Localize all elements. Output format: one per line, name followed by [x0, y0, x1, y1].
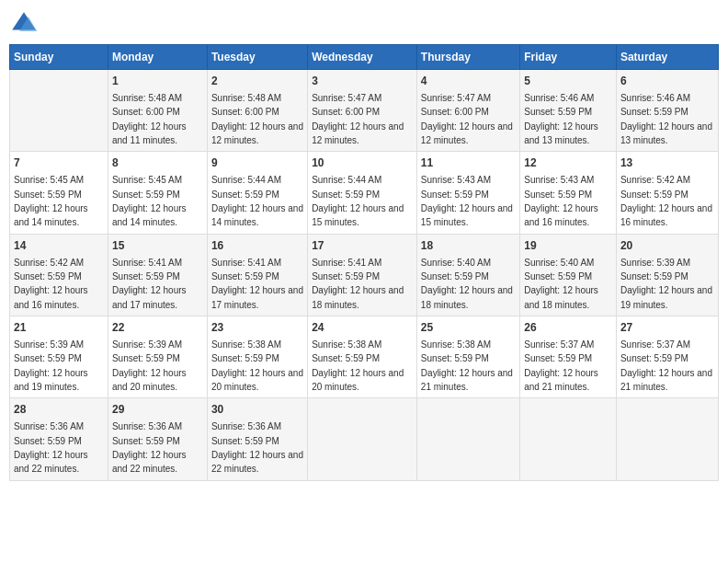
calendar-cell: [616, 398, 718, 480]
day-detail: Sunrise: 5:37 AM Sunset: 5:59 PM Dayligh…: [524, 339, 598, 392]
day-detail: Sunrise: 5:48 AM Sunset: 6:00 PM Dayligh…: [211, 93, 303, 145]
day-detail: Sunrise: 5:40 AM Sunset: 5:59 PM Dayligh…: [524, 258, 598, 310]
day-detail: Sunrise: 5:44 AM Sunset: 5:59 PM Dayligh…: [312, 175, 404, 227]
day-number: 14: [14, 238, 104, 254]
day-number: 7: [14, 155, 104, 171]
calendar-cell: 15Sunrise: 5:41 AM Sunset: 5:59 PM Dayli…: [108, 234, 207, 316]
day-detail: Sunrise: 5:41 AM Sunset: 5:59 PM Dayligh…: [211, 258, 303, 310]
day-number: 16: [211, 238, 303, 254]
calendar-cell: 26Sunrise: 5:37 AM Sunset: 5:59 PM Dayli…: [520, 316, 617, 398]
calendar-week-row: 14Sunrise: 5:42 AM Sunset: 5:59 PM Dayli…: [10, 234, 719, 316]
day-number: 2: [211, 74, 303, 89]
day-number: 5: [524, 74, 612, 89]
header-day-monday: Monday: [108, 45, 207, 70]
day-detail: Sunrise: 5:46 AM Sunset: 5:59 PM Dayligh…: [620, 93, 712, 145]
header-day-thursday: Thursday: [416, 45, 519, 70]
calendar-cell: 13Sunrise: 5:42 AM Sunset: 5:59 PM Dayli…: [616, 152, 718, 234]
calendar-cell: 3Sunrise: 5:47 AM Sunset: 6:00 PM Daylig…: [308, 70, 417, 152]
calendar-cell: 4Sunrise: 5:47 AM Sunset: 6:00 PM Daylig…: [416, 70, 519, 152]
day-detail: Sunrise: 5:38 AM Sunset: 5:59 PM Dayligh…: [211, 339, 303, 392]
day-number: 8: [112, 155, 203, 171]
day-number: 23: [211, 320, 303, 336]
day-detail: Sunrise: 5:39 AM Sunset: 5:59 PM Dayligh…: [112, 339, 187, 392]
header-day-wednesday: Wednesday: [308, 45, 417, 70]
day-number: 6: [620, 74, 714, 89]
day-detail: Sunrise: 5:42 AM Sunset: 5:59 PM Dayligh…: [14, 258, 88, 310]
header-day-friday: Friday: [520, 45, 617, 70]
day-number: 12: [524, 155, 612, 171]
day-number: 9: [211, 155, 303, 171]
calendar-table: SundayMondayTuesdayWednesdayThursdayFrid…: [9, 44, 719, 481]
calendar-header-row: SundayMondayTuesdayWednesdayThursdayFrid…: [10, 45, 719, 70]
calendar-cell: 30Sunrise: 5:36 AM Sunset: 5:59 PM Dayli…: [207, 398, 307, 480]
day-number: 3: [312, 74, 413, 89]
calendar-cell: [308, 398, 417, 480]
day-detail: Sunrise: 5:42 AM Sunset: 5:59 PM Dayligh…: [620, 175, 712, 227]
calendar-cell: 28Sunrise: 5:36 AM Sunset: 5:59 PM Dayli…: [10, 398, 108, 480]
header-day-sunday: Sunday: [10, 45, 108, 70]
day-detail: Sunrise: 5:43 AM Sunset: 5:59 PM Dayligh…: [524, 175, 598, 227]
day-number: 19: [524, 238, 612, 254]
calendar-cell: 16Sunrise: 5:41 AM Sunset: 5:59 PM Dayli…: [207, 234, 307, 316]
day-number: 17: [312, 238, 413, 254]
day-detail: Sunrise: 5:39 AM Sunset: 5:59 PM Dayligh…: [620, 258, 712, 310]
calendar-cell: 5Sunrise: 5:46 AM Sunset: 5:59 PM Daylig…: [520, 70, 617, 152]
calendar-cell: 25Sunrise: 5:38 AM Sunset: 5:59 PM Dayli…: [416, 316, 519, 398]
day-detail: Sunrise: 5:36 AM Sunset: 5:59 PM Dayligh…: [112, 421, 187, 474]
day-detail: Sunrise: 5:47 AM Sunset: 6:00 PM Dayligh…: [312, 93, 404, 145]
day-detail: Sunrise: 5:37 AM Sunset: 5:59 PM Dayligh…: [620, 339, 712, 392]
day-detail: Sunrise: 5:43 AM Sunset: 5:59 PM Dayligh…: [421, 175, 513, 227]
calendar-cell: [520, 398, 617, 480]
calendar-week-row: 28Sunrise: 5:36 AM Sunset: 5:59 PM Dayli…: [10, 398, 719, 480]
day-number: 30: [211, 402, 303, 418]
calendar-cell: 12Sunrise: 5:43 AM Sunset: 5:59 PM Dayli…: [520, 152, 617, 234]
calendar-cell: 7Sunrise: 5:45 AM Sunset: 5:59 PM Daylig…: [10, 152, 108, 234]
day-detail: Sunrise: 5:48 AM Sunset: 6:00 PM Dayligh…: [112, 93, 187, 145]
day-number: 18: [421, 238, 516, 254]
calendar-cell: 19Sunrise: 5:40 AM Sunset: 5:59 PM Dayli…: [520, 234, 617, 316]
day-number: 28: [14, 402, 104, 418]
calendar-cell: 18Sunrise: 5:40 AM Sunset: 5:59 PM Dayli…: [416, 234, 519, 316]
calendar-cell: 8Sunrise: 5:45 AM Sunset: 5:59 PM Daylig…: [108, 152, 207, 234]
calendar-cell: 29Sunrise: 5:36 AM Sunset: 5:59 PM Dayli…: [108, 398, 207, 480]
day-detail: Sunrise: 5:47 AM Sunset: 6:00 PM Dayligh…: [421, 93, 513, 145]
day-number: 11: [421, 155, 516, 171]
day-number: 26: [524, 320, 612, 336]
day-number: 1: [112, 74, 203, 89]
header-day-saturday: Saturday: [616, 45, 718, 70]
calendar-week-row: 7Sunrise: 5:45 AM Sunset: 5:59 PM Daylig…: [10, 152, 719, 234]
day-detail: Sunrise: 5:39 AM Sunset: 5:59 PM Dayligh…: [14, 339, 88, 392]
calendar-cell: 27Sunrise: 5:37 AM Sunset: 5:59 PM Dayli…: [616, 316, 718, 398]
calendar-cell: 20Sunrise: 5:39 AM Sunset: 5:59 PM Dayli…: [616, 234, 718, 316]
day-number: 24: [312, 320, 413, 336]
calendar-cell: 17Sunrise: 5:41 AM Sunset: 5:59 PM Dayli…: [308, 234, 417, 316]
day-number: 22: [112, 320, 203, 336]
logo-icon: [9, 9, 39, 39]
day-number: 4: [421, 74, 516, 89]
header-day-tuesday: Tuesday: [207, 45, 307, 70]
day-detail: Sunrise: 5:38 AM Sunset: 5:59 PM Dayligh…: [421, 339, 513, 392]
day-number: 27: [620, 320, 714, 336]
calendar-cell: 21Sunrise: 5:39 AM Sunset: 5:59 PM Dayli…: [10, 316, 108, 398]
day-detail: Sunrise: 5:46 AM Sunset: 5:59 PM Dayligh…: [524, 93, 598, 145]
calendar-cell: [416, 398, 519, 480]
day-detail: Sunrise: 5:44 AM Sunset: 5:59 PM Dayligh…: [211, 175, 303, 227]
day-detail: Sunrise: 5:41 AM Sunset: 5:59 PM Dayligh…: [112, 258, 187, 310]
day-number: 21: [14, 320, 104, 336]
calendar-cell: 10Sunrise: 5:44 AM Sunset: 5:59 PM Dayli…: [308, 152, 417, 234]
day-detail: Sunrise: 5:40 AM Sunset: 5:59 PM Dayligh…: [421, 258, 513, 310]
day-number: 29: [112, 402, 203, 418]
calendar-cell: 2Sunrise: 5:48 AM Sunset: 6:00 PM Daylig…: [207, 70, 307, 152]
calendar-cell: 22Sunrise: 5:39 AM Sunset: 5:59 PM Dayli…: [108, 316, 207, 398]
day-detail: Sunrise: 5:41 AM Sunset: 5:59 PM Dayligh…: [312, 258, 404, 310]
day-number: 10: [312, 155, 413, 171]
calendar-week-row: 1Sunrise: 5:48 AM Sunset: 6:00 PM Daylig…: [10, 70, 719, 152]
logo: [9, 9, 42, 39]
calendar-week-row: 21Sunrise: 5:39 AM Sunset: 5:59 PM Dayli…: [10, 316, 719, 398]
calendar-cell: 11Sunrise: 5:43 AM Sunset: 5:59 PM Dayli…: [416, 152, 519, 234]
calendar-cell: 14Sunrise: 5:42 AM Sunset: 5:59 PM Dayli…: [10, 234, 108, 316]
header: [9, 9, 719, 39]
calendar-cell: [10, 70, 108, 152]
calendar-cell: 6Sunrise: 5:46 AM Sunset: 5:59 PM Daylig…: [616, 70, 718, 152]
day-number: 25: [421, 320, 516, 336]
